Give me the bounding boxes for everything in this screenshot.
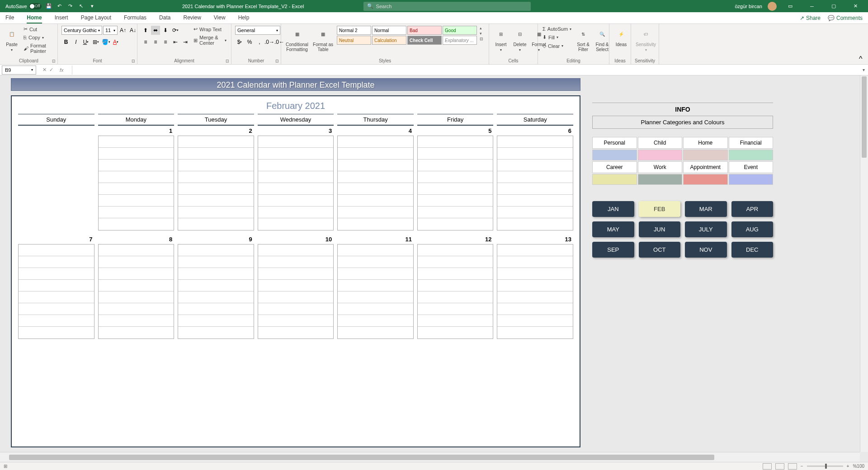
planner-line[interactable] — [497, 291, 573, 303]
italic-button[interactable]: I — [71, 38, 80, 47]
calendar-day[interactable]: 10 — [258, 235, 334, 339]
planner-line[interactable] — [497, 207, 573, 218]
planner-line[interactable] — [178, 207, 254, 218]
percent-icon[interactable]: % — [245, 38, 254, 47]
sort-filter-button[interactable]: ⇅Sort & Filter — [575, 26, 591, 53]
planner-line[interactable] — [258, 280, 334, 291]
planner-line[interactable] — [178, 195, 254, 207]
style-cell[interactable]: Explanatory ... — [443, 36, 477, 45]
decrease-indent-icon[interactable]: ⇤ — [171, 38, 180, 47]
planner-line[interactable] — [338, 268, 413, 280]
planner-line[interactable] — [497, 280, 573, 291]
planner-line[interactable] — [258, 268, 334, 280]
minimize-icon[interactable]: ─ — [804, 0, 820, 12]
comments-button[interactable]: 💬Comments — [828, 15, 863, 21]
planner-line[interactable] — [19, 327, 94, 338]
align-right-icon[interactable]: ≡ — [161, 38, 170, 47]
tab-review[interactable]: Review — [183, 13, 201, 24]
maximize-icon[interactable]: ▢ — [826, 0, 842, 12]
calendar-day[interactable]: 2 — [178, 127, 254, 230]
increase-font-icon[interactable]: A↑ — [118, 26, 127, 35]
planner-line[interactable] — [258, 160, 334, 171]
planner-line[interactable] — [258, 207, 334, 218]
planner-line[interactable] — [258, 148, 334, 160]
scroll-thumb[interactable] — [862, 76, 867, 158]
planner-line[interactable] — [418, 315, 493, 327]
planner-line[interactable] — [338, 207, 413, 218]
align-center-icon[interactable]: ≡ — [151, 38, 160, 47]
merge-center-button[interactable]: ⊞Merge & Center▾ — [193, 34, 227, 46]
planner-line[interactable] — [258, 315, 334, 327]
month-button-may[interactable]: MAY — [592, 221, 634, 237]
planner-line[interactable] — [99, 315, 174, 327]
planner-line[interactable] — [497, 160, 573, 171]
horizontal-scrollbar[interactable] — [0, 452, 860, 462]
sensitivity-button[interactable]: 🏷Sensitivity▾ — [635, 26, 657, 53]
autosum-button[interactable]: ΣAutoSum▾ — [542, 26, 572, 32]
planner-line[interactable] — [99, 218, 174, 230]
planner-line[interactable] — [19, 256, 94, 268]
cancel-formula-icon[interactable]: ✕ — [42, 67, 47, 73]
enter-formula-icon[interactable]: ✓ — [49, 67, 53, 73]
calendar-day[interactable]: 6 — [497, 127, 573, 230]
planner-line[interactable] — [418, 171, 493, 183]
calendar-day[interactable]: 3 — [258, 127, 334, 230]
planner-line[interactable] — [99, 136, 174, 148]
planner-line[interactable] — [19, 315, 94, 327]
tab-data[interactable]: Data — [159, 13, 170, 24]
planner-line[interactable] — [418, 268, 493, 280]
ideas-button[interactable]: ⚡Ideas — [613, 26, 629, 48]
fill-button[interactable]: ⬇Fill▾ — [542, 34, 572, 41]
planner-line[interactable] — [99, 160, 174, 171]
dialog-launcher-icon[interactable]: ⊡ — [226, 59, 229, 63]
planner-line[interactable] — [497, 195, 573, 207]
planner-line[interactable] — [338, 183, 413, 195]
align-left-icon[interactable]: ≡ — [141, 38, 150, 47]
delete-button[interactable]: ⊟Delete▾ — [512, 26, 528, 53]
style-cell[interactable]: Good — [443, 26, 477, 35]
planner-line[interactable] — [99, 256, 174, 268]
planner-line[interactable] — [338, 136, 413, 148]
planner-line[interactable] — [258, 303, 334, 315]
zoom-in-icon[interactable]: + — [847, 464, 849, 469]
number-format-combo[interactable]: General▾ — [235, 26, 280, 35]
border-button[interactable]: ⊞▾ — [91, 38, 100, 47]
planner-line[interactable] — [178, 280, 254, 291]
accounting-icon[interactable]: $▾ — [235, 38, 244, 47]
calendar-day[interactable]: 12 — [417, 235, 494, 339]
planner-line[interactable] — [338, 218, 413, 230]
planner-line[interactable] — [497, 136, 573, 148]
find-select-button[interactable]: 🔍Find & Select — [594, 26, 610, 53]
planner-line[interactable] — [258, 327, 334, 338]
align-middle-icon[interactable]: ⬌ — [151, 26, 160, 35]
planner-line[interactable] — [497, 183, 573, 195]
planner-line[interactable] — [418, 136, 493, 148]
dialog-launcher-icon[interactable]: ⊡ — [132, 59, 135, 63]
zoom-out-icon[interactable]: − — [801, 464, 803, 469]
insert-button[interactable]: ⊞Insert▾ — [493, 26, 509, 53]
planner-line[interactable] — [19, 303, 94, 315]
planner-line[interactable] — [99, 207, 174, 218]
planner-line[interactable] — [178, 256, 254, 268]
planner-line[interactable] — [99, 291, 174, 303]
planner-line[interactable] — [418, 195, 493, 207]
conditional-formatting-button[interactable]: ▦ Conditional Formatting — [285, 26, 309, 53]
planner-line[interactable] — [418, 280, 493, 291]
style-cell[interactable]: Calculation — [372, 36, 406, 45]
planner-line[interactable] — [178, 160, 254, 171]
decrease-font-icon[interactable]: A↓ — [128, 26, 137, 35]
planner-line[interactable] — [497, 244, 573, 256]
style-down-icon[interactable]: ▾ — [480, 31, 483, 36]
search-input[interactable]: 🔍 Search — [363, 2, 531, 11]
clear-button[interactable]: ◇Clear▾ — [542, 42, 572, 49]
planner-line[interactable] — [497, 218, 573, 230]
month-button-jun[interactable]: JUN — [639, 221, 681, 237]
collapse-ribbon-icon[interactable]: ^ — [859, 55, 866, 62]
planner-line[interactable] — [338, 280, 413, 291]
tab-home[interactable]: Home — [27, 13, 42, 24]
vertical-scrollbar[interactable] — [860, 75, 868, 452]
name-box[interactable]: B9▾ — [2, 66, 36, 75]
planner-line[interactable] — [338, 303, 413, 315]
qat-customize-icon[interactable]: ▾ — [89, 3, 96, 10]
calendar-day[interactable]: 8 — [98, 235, 175, 339]
